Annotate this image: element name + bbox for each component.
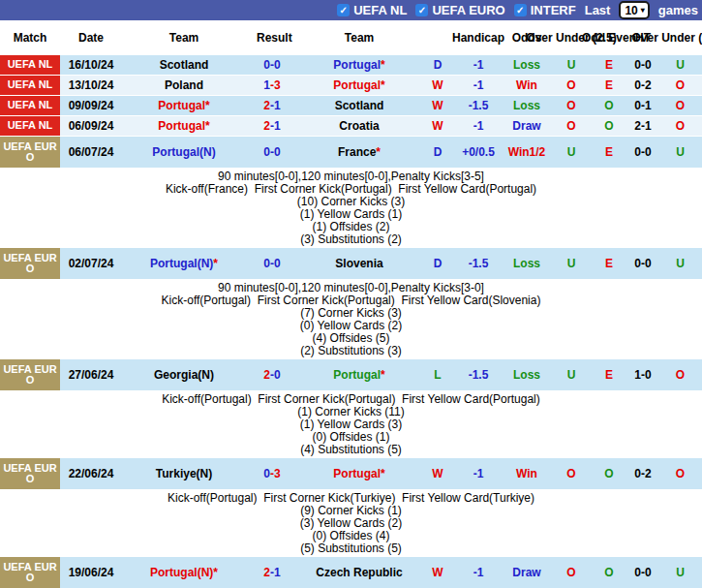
home-team: Georgia(N)	[122, 368, 246, 382]
home-team: Scotland	[122, 58, 246, 72]
handicap-outcome: W	[420, 467, 455, 480]
filter-interf[interactable]: ✓ INTERF	[514, 3, 576, 17]
match-details: Kick-off(Portugal) First Corner Kick(Tur…	[0, 490, 702, 557]
header-result: Result	[246, 32, 298, 44]
competition-badge: UEFA EURO	[0, 458, 60, 489]
home-team: Portugal*	[122, 99, 246, 112]
ht-score: 0-2	[627, 467, 658, 480]
result-score: 0-0	[246, 145, 298, 159]
result-score: 2-1	[246, 119, 298, 133]
home-team: Turkiye(N)	[122, 467, 246, 480]
odds-result: Loss	[502, 99, 552, 112]
home-team-name: Portugal	[158, 99, 205, 112]
kickoff-star-icon: *	[205, 99, 210, 112]
competition-badge: UEFA NL	[0, 55, 60, 75]
match-date: 16/10/24	[60, 58, 122, 72]
odds-result: Loss	[502, 58, 552, 72]
kickoff-star-icon: *	[376, 145, 381, 159]
chevron-down-icon: ▾	[641, 7, 645, 15]
competition-badge: UEFA EURO	[0, 359, 60, 390]
home-score: 0	[263, 58, 270, 72]
home-team-name: Portugal	[158, 119, 205, 133]
home-team-name: Portugal(N)	[152, 145, 215, 159]
ht-score: 1-0	[627, 368, 658, 382]
home-score: 0	[263, 467, 270, 480]
match-row: UEFA EURO 19/06/24 Portugal(N)* 2-1 Czec…	[0, 557, 702, 588]
result-score: 0-3	[246, 467, 298, 480]
home-team-name: Georgia(N)	[154, 368, 214, 382]
over-under-25-result: O	[552, 119, 591, 133]
away-team: France*	[298, 145, 420, 159]
checkbox-checked-icon[interactable]: ✓	[514, 4, 527, 16]
detail-line: (4) Substitutions (5)	[0, 444, 702, 456]
handicap-line: -1	[455, 78, 502, 92]
result-score: 0-0	[246, 58, 298, 72]
filter-uefa-nl-label: UEFA NL	[353, 3, 407, 17]
home-score: 0	[263, 145, 270, 159]
away-score: -3	[270, 78, 281, 92]
filter-interf-label: INTERF	[531, 3, 576, 17]
match-date: 19/06/24	[60, 566, 122, 579]
competition-badge: UEFA EURO	[0, 248, 60, 279]
away-team: Czech Republic	[298, 566, 420, 579]
odd-even-result: O	[591, 467, 627, 480]
kickoff-star-icon: *	[381, 78, 385, 92]
ht-score: 0-0	[627, 566, 658, 579]
ht-score: 0-0	[627, 257, 658, 270]
match-row: UEFA EURO 02/07/24 Portugal(N)* 0-0 Slov…	[0, 248, 702, 280]
filter-uefa-euro[interactable]: ✓ UEFA EURO	[415, 3, 504, 17]
kickoff-star-icon: *	[381, 467, 385, 480]
home-team: Poland	[122, 78, 246, 92]
odds-result: Win	[502, 467, 552, 480]
checkbox-checked-icon[interactable]: ✓	[415, 4, 428, 16]
home-team-name: Turkiye(N)	[156, 467, 212, 480]
away-team-name: Portugal	[333, 467, 381, 480]
handicap-line: -1	[455, 566, 502, 579]
match-row: UEFA NL 16/10/24 Scotland 0-0 Portugal* …	[0, 55, 702, 76]
over-under-25-result: O	[552, 467, 591, 480]
home-team: Portugal*	[122, 119, 246, 133]
result-score: 2-0	[246, 368, 298, 382]
kickoff-star-icon: *	[213, 566, 218, 579]
result-score: 1-3	[246, 78, 298, 92]
handicap-line: -1.5	[455, 99, 502, 112]
match-date: 22/06/24	[60, 467, 122, 480]
match-history-page: ✓ UEFA NL ✓ UEFA EURO ✓ INTERF Last 10 ▾…	[0, 0, 702, 588]
header-over-under-075: Over Under (0.75)	[658, 32, 702, 44]
kickoff-star-icon: *	[205, 119, 210, 133]
handicap-outcome: W	[420, 78, 455, 92]
table-header: Match Date Team Result Team Handicap Odd…	[0, 20, 702, 55]
header-handicap: Handicap	[455, 32, 502, 44]
checkbox-checked-icon[interactable]: ✓	[337, 4, 350, 16]
odds-result: Loss	[502, 257, 552, 270]
handicap-outcome: W	[420, 99, 455, 112]
last-games-select[interactable]: 10 ▾	[619, 1, 649, 19]
away-team-name: Portugal	[333, 78, 381, 92]
over-under-25-result: U	[552, 145, 591, 159]
match-date: 06/09/24	[60, 119, 122, 133]
home-team: Portugal(N)*	[122, 566, 246, 579]
last-games-value: 10	[625, 4, 637, 17]
filter-uefa-euro-label: UEFA EURO	[432, 3, 504, 17]
home-score: 2	[263, 368, 270, 382]
match-date: 13/10/24	[60, 78, 122, 92]
detail-line: (2) Substitutions (3)	[0, 345, 702, 357]
odds-result: Loss	[502, 368, 552, 382]
over-under-075-result: O	[658, 368, 702, 382]
handicap-outcome: D	[420, 145, 455, 159]
match-date: 27/06/24	[60, 368, 122, 382]
handicap-outcome: D	[420, 257, 455, 270]
competition-badge: UEFA NL	[0, 116, 60, 136]
over-under-25-result: U	[552, 368, 591, 382]
over-under-075-result: O	[658, 467, 702, 480]
match-details: 90 minutes[0-0],120 minutes[0-0],Penalty…	[0, 280, 702, 359]
over-under-075-result: U	[658, 257, 702, 270]
odd-even-result: O	[591, 119, 627, 133]
home-score: 2	[263, 99, 270, 112]
filter-uefa-nl[interactable]: ✓ UEFA NL	[337, 3, 407, 17]
away-team-name: Czech Republic	[316, 566, 402, 579]
kickoff-star-icon: *	[381, 58, 385, 72]
handicap-line: -1.5	[455, 368, 502, 382]
away-score: -0	[270, 145, 281, 159]
match-row: UEFA NL 06/09/24 Portugal* 2-1 Croatia W…	[0, 116, 702, 137]
